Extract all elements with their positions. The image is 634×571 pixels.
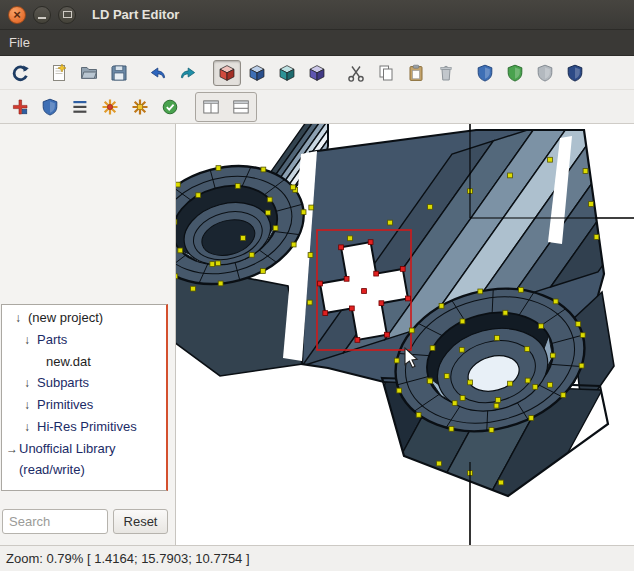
shield-green-icon [505, 63, 525, 83]
tree-expand-arrow[interactable]: → [6, 439, 19, 460]
tree-item-subparts[interactable]: ↓Subparts [2, 372, 166, 394]
toolbar-main [0, 56, 634, 90]
cube-blue-icon [247, 63, 267, 83]
toolbar-group [471, 60, 589, 86]
open-icon [79, 63, 99, 83]
maximize-button[interactable] [58, 6, 76, 24]
redo-button[interactable] [174, 60, 202, 86]
plus-vertex-icon [10, 97, 30, 117]
cut-button[interactable] [342, 60, 370, 86]
tree-item-label: Unofficial Library (read/write) [19, 438, 137, 480]
tree-expand-arrow[interactable]: ↓ [24, 395, 37, 416]
tree-expand-arrow[interactable]: ↓ [24, 330, 37, 351]
toolbar-group [6, 60, 34, 86]
add-condline-button[interactable] [156, 94, 184, 120]
select-shield-button[interactable] [36, 94, 64, 120]
tree-item-label: (new project) [28, 310, 103, 325]
toolbar-group [213, 60, 331, 86]
toolbar-group [144, 60, 202, 86]
cut-icon [346, 63, 366, 83]
scope-shield-navy-button[interactable] [561, 60, 589, 86]
delete-button[interactable] [432, 60, 460, 86]
cube-teal-icon [277, 63, 297, 83]
undo-icon [148, 63, 168, 83]
sidebar: ↓(new project)↓Partsnew.dat↓Subparts↓Pri… [0, 124, 176, 545]
tree-item-label: Parts [37, 332, 67, 347]
add-triangle-button[interactable] [96, 94, 124, 120]
tree-item-new-dat[interactable]: new.dat [2, 351, 166, 372]
zoom-status: Zoom: 0.79% [ 1.4164; 15.7903; 10.7754 ] [6, 551, 250, 566]
app-window: × LD Part Editor File ↓(new project)↓Par… [0, 0, 634, 571]
sync-icon [10, 63, 30, 83]
copy-icon [376, 63, 396, 83]
tree-item-parts[interactable]: ↓Parts [2, 329, 166, 351]
toolbar-group [195, 92, 257, 122]
viewport-scene[interactable] [176, 124, 634, 545]
new-icon [49, 63, 69, 83]
add-line-button[interactable] [66, 94, 94, 120]
shield-navy-icon [565, 63, 585, 83]
window-controls: × [8, 6, 76, 24]
split-view-vertical-button[interactable] [227, 94, 255, 120]
search-input[interactable] [2, 509, 108, 534]
open-file-button[interactable] [75, 60, 103, 86]
mode-rotate-button[interactable] [273, 60, 301, 86]
lines3-icon [70, 97, 90, 117]
project-tree: ↓(new project)↓Partsnew.dat↓Subparts↓Pri… [1, 304, 168, 491]
tree-item-hi-res-primitives[interactable]: ↓Hi-Res Primitives [2, 416, 166, 438]
star-orange2-icon [130, 97, 150, 117]
shield-blue-icon [475, 63, 495, 83]
mode-move-button[interactable] [243, 60, 271, 86]
redo-icon [178, 63, 198, 83]
add-quad-button[interactable] [126, 94, 154, 120]
cube-purple-icon [307, 63, 327, 83]
scope-shield-blue-button[interactable] [471, 60, 499, 86]
maximize-icon [63, 11, 72, 18]
tree-expand-arrow[interactable]: ↓ [24, 373, 37, 394]
close-icon: × [13, 8, 21, 21]
new-file-button[interactable] [45, 60, 73, 86]
model-part [176, 124, 634, 504]
paste-button[interactable] [402, 60, 430, 86]
scope-shield-green-button[interactable] [501, 60, 529, 86]
tree-item-label: Hi-Res Primitives [37, 419, 137, 434]
mode-scale-button[interactable] [303, 60, 331, 86]
tree-item-unofficial-library-read-write[interactable]: →Unofficial Library (read/write) [2, 438, 166, 480]
cube-red-icon [217, 63, 237, 83]
add-vertex-button[interactable] [6, 94, 34, 120]
save-file-button[interactable] [105, 60, 133, 86]
save-icon [109, 63, 129, 83]
shield-blue-icon [40, 97, 60, 117]
tree-item-label: Subparts [37, 375, 89, 390]
tree-expand-arrow[interactable]: ↓ [15, 308, 28, 329]
minimize-button[interactable] [33, 6, 51, 24]
close-button[interactable]: × [8, 6, 26, 24]
tool-green-icon [160, 97, 180, 117]
win-split-v-icon [231, 97, 251, 117]
reset-button[interactable]: Reset [113, 509, 168, 534]
tree-expand-arrow[interactable]: ↓ [24, 417, 37, 438]
copy-button[interactable] [372, 60, 400, 86]
star-orange-icon [100, 97, 120, 117]
shield-gray-icon [535, 63, 555, 83]
menubar: File [0, 30, 634, 56]
tree-item-label: new.dat [46, 354, 91, 369]
tree-item-primitives[interactable]: ↓Primitives [2, 394, 166, 416]
tree-item-new-project[interactable]: ↓(new project) [2, 307, 166, 329]
delete-icon [436, 63, 456, 83]
undo-button[interactable] [144, 60, 172, 86]
scope-shield-gray-button[interactable] [531, 60, 559, 86]
tree-item-label: Primitives [37, 397, 93, 412]
mode-select-button[interactable] [213, 60, 241, 86]
menu-file[interactable]: File [0, 30, 39, 55]
paste-icon [406, 63, 426, 83]
sync-button[interactable] [6, 60, 34, 86]
main-content: ↓(new project)↓Partsnew.dat↓Subparts↓Pri… [0, 124, 634, 545]
win-split-h-icon [201, 97, 221, 117]
split-view-horizontal-button[interactable] [197, 94, 225, 120]
window-title: LD Part Editor [92, 7, 179, 22]
toolbar-group [342, 60, 460, 86]
viewport-3d[interactable] [176, 124, 634, 545]
minimize-icon [38, 17, 46, 19]
statusbar: Zoom: 0.79% [ 1.4164; 15.7903; 10.7754 ] [0, 545, 634, 571]
